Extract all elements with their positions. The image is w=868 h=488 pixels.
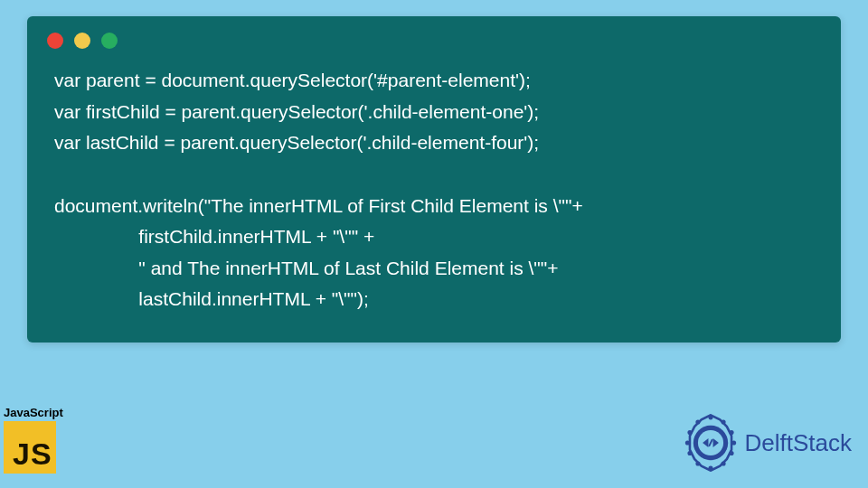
- window-controls: [27, 16, 841, 56]
- code-line: var firstChild = parent.querySelector('.…: [54, 101, 539, 122]
- svg-point-12: [708, 466, 712, 471]
- svg-point-6: [708, 415, 712, 419]
- maximize-dot-icon: [101, 33, 118, 49]
- code-line: lastChild.innerHTML + "\"");: [54, 288, 369, 309]
- javascript-label: JavaScript: [4, 406, 63, 419]
- code-window: var parent = document.querySelector('#pa…: [27, 16, 841, 343]
- brand: DelftStack: [682, 414, 853, 472]
- js-j: J: [13, 436, 30, 472]
- svg-point-7: [721, 419, 725, 424]
- code-line: var parent = document.querySelector('#pa…: [54, 70, 531, 90]
- code-line: var lastChild = parent.querySelector('.c…: [54, 132, 539, 153]
- svg-point-8: [729, 430, 733, 435]
- code-line: document.writeln("The innerHTML of First…: [54, 195, 583, 216]
- svg-point-9: [731, 440, 736, 445]
- brand-name: DelftStack: [745, 429, 853, 457]
- javascript-badge: JavaScript J S: [4, 406, 63, 474]
- svg-point-16: [687, 430, 692, 435]
- svg-point-14: [687, 451, 692, 455]
- svg-point-10: [729, 451, 733, 455]
- delftstack-logo-icon: [682, 414, 740, 472]
- svg-point-13: [695, 461, 700, 465]
- svg-point-17: [695, 419, 700, 424]
- svg-point-15: [684, 440, 689, 445]
- code-line: firstChild.innerHTML + "\"" +: [54, 226, 374, 247]
- minimize-dot-icon: [74, 33, 90, 49]
- svg-point-11: [721, 461, 725, 465]
- close-dot-icon: [47, 33, 63, 49]
- code-line: " and The innerHTML of Last Child Elemen…: [54, 258, 559, 278]
- code-body: var parent = document.querySelector('#pa…: [27, 56, 841, 324]
- javascript-logo-icon: J S: [4, 421, 56, 474]
- js-s: S: [31, 436, 52, 472]
